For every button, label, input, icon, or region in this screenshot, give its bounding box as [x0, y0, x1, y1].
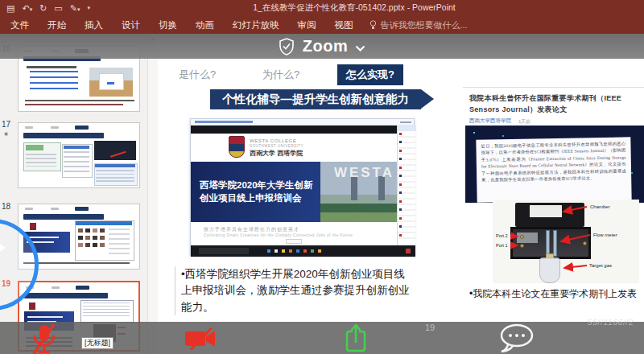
- chevron-down-icon[interactable]: [355, 45, 365, 52]
- camera-off-icon[interactable]: [184, 327, 217, 350]
- thumb-tab-deco: [52, 286, 60, 289]
- westa-crest-logo: [229, 136, 245, 158]
- slogan-strip: 致力于培养具有全球胜任力的创意英才 Cultivating Smart Crea…: [191, 222, 397, 245]
- thumb-text-line: [25, 104, 123, 105]
- ribbon-tab-animations[interactable]: 动画: [196, 19, 214, 31]
- powerpoint-titlebar: ▤ ↶▾ ↻ ▭ ✎▾ ▾ 1_在线教学促进个性化教育-051402.pptx …: [0, 0, 644, 16]
- mic-muted-icon[interactable]: [29, 323, 58, 354]
- article-hero-image: 近日，我院2016级电子信息工程专业本科生曾怀升在导师魏飞老师的悉心指导下，以第…: [465, 126, 644, 203]
- article-source: 西南大学西塔学院: [469, 117, 511, 125]
- taskbar-notification-icon: [406, 249, 411, 253]
- thumb-screenshot-deco: [26, 154, 56, 167]
- label-port1: Port 1: [496, 243, 508, 248]
- slide-tab-what: 是什么?: [179, 68, 216, 82]
- thumb-crest-deco: [29, 303, 35, 310]
- slogan-en: Cultivating Smart Creatives for the Glob…: [204, 233, 353, 237]
- window-controls-deco: [400, 121, 411, 123]
- participant-panel: [397, 126, 415, 245]
- ribbon-tab-home[interactable]: 开始: [47, 19, 66, 31]
- thumb-title-banner: [23, 133, 104, 138]
- ribbon-tab-bar: 文件 开始 插入 设计 切换 动画 幻灯片放映 审阅 视图 告诉我您想要做什么.…: [0, 16, 644, 34]
- tell-me-label: 告诉我您想要做什么...: [381, 19, 468, 31]
- windows-taskbar: [191, 245, 415, 257]
- logo-line1: WESTA COLLEGE: [250, 138, 296, 143]
- window-title: 1_在线教学促进个性化教育-051402.pptx - PowerPoint: [193, 2, 515, 14]
- slideshow-icon[interactable]: ▭: [54, 2, 62, 16]
- poster-line2: 创业项目线上申报培训会: [200, 192, 302, 204]
- thumb-list-deco: [109, 228, 130, 256]
- thumb-tab-deco: [25, 208, 33, 210]
- campus-lawn: [320, 212, 397, 222]
- thumb-text-line: [27, 66, 76, 68]
- share-screen-icon[interactable]: [344, 323, 368, 353]
- ribbon-tab-view[interactable]: 视图: [335, 19, 353, 31]
- right-bullet-text: •我院本科生论文在重要学术期刊上发表: [469, 287, 644, 301]
- poster-watermark: WESTA: [334, 165, 394, 181]
- thumbnail-scrollbar[interactable]: ▲: [147, 34, 158, 354]
- qat-more-icon[interactable]: ▾: [88, 2, 91, 16]
- slide-thumbnail-panel: ▲ 16 17 ★: [0, 34, 159, 354]
- ribbon-tab-slideshow[interactable]: 幻灯片放映: [233, 19, 279, 31]
- slide-page-number: 19: [425, 323, 435, 332]
- ribbon-tab-design[interactable]: 设计: [122, 19, 140, 31]
- thumb-tab-deco: [75, 126, 89, 130]
- ribbon-tab-file[interactable]: 文件: [10, 19, 29, 31]
- thumb-screenshot-deco: [76, 221, 132, 225]
- thumb-screenshot-deco: [64, 151, 89, 174]
- logo-line2: SOUTHWEST UNIVERSITY: [250, 144, 303, 148]
- thumb-crest-deco: [30, 223, 36, 230]
- tell-me-box[interactable]: 告诉我您想要做什么...: [369, 19, 468, 31]
- thumb-text-line: [25, 100, 134, 101]
- thumb-poster-text: [27, 316, 63, 318]
- training-meeting-screenshot: WESTA COLLEGE SOUTHWEST UNIVERSITY 西南大学 …: [190, 118, 415, 256]
- slide-tab-how: 怎么实现?: [337, 64, 403, 85]
- thumb-screenshot-deco: [26, 145, 43, 150]
- thumb-video-grid: [78, 228, 83, 233]
- logo-line3: 西南大学 西塔学院: [250, 149, 303, 158]
- thumb-title-banner: [23, 214, 104, 220]
- lightbulb-icon: [369, 20, 377, 30]
- thumb-table-header: [95, 164, 135, 167]
- poster-line1: 西塔学院2020年大学生创新: [200, 179, 313, 191]
- browser-toolbar-dark: [191, 126, 397, 134]
- zoom-meeting-topbar: Zoom: [0, 34, 644, 59]
- article-timestamp: 1天前: [518, 118, 530, 126]
- thumb-tab-deco: [25, 126, 33, 129]
- browser-title-deco: [195, 121, 253, 123]
- chat-icon[interactable]: [497, 323, 536, 353]
- thumb-link-list: [30, 71, 78, 92]
- animation-star-icon: ★: [3, 130, 9, 138]
- redo-icon[interactable]: ↻: [39, 2, 47, 16]
- thumb-tab-deco: [51, 126, 59, 129]
- undo-icon[interactable]: ↶▾: [22, 2, 32, 16]
- pen-icon[interactable]: ✎▾: [70, 2, 80, 16]
- article-title: 我院本科生曾怀升在国际重要学术期刊（IEEE Sensors Journal）发…: [469, 93, 642, 116]
- page-indicator-deco: [286, 239, 302, 244]
- slide-title-banner: 个性化辅导—提升学生创新创意能力: [210, 89, 421, 109]
- ribbon-tab-review[interactable]: 审阅: [298, 19, 316, 31]
- ribbon-tab-insert[interactable]: 插入: [85, 19, 103, 31]
- left-bullet-text: •西塔学院组织学生开展2020年创新创业项目线上申报培训会，激励学生通过参赛提升…: [175, 266, 413, 315]
- taskbar-app-icons: [267, 249, 270, 253]
- slide-canvas: 是什么? 为什么? 怎么实现? 个性化辅导—提升学生创新创意能力 WESTA C…: [158, 34, 644, 354]
- slide-18-number: 18: [2, 202, 14, 211]
- label-target-gas: Target gas: [589, 263, 612, 268]
- workspace: ▲ 16 17 ★: [0, 34, 644, 354]
- untitled-window-label: [无标题]: [81, 337, 114, 349]
- ribbon-tab-transitions[interactable]: 切换: [159, 19, 177, 31]
- label-port2: Port 2: [496, 233, 508, 238]
- thumb-screenshot-deco: [64, 146, 89, 149]
- slide-17-number: 17: [2, 120, 14, 129]
- event-poster: WESTA 西塔学院2020年大学生创新 创业项目线上申报培训会: [191, 162, 397, 222]
- thumb-tab-deco: [76, 286, 89, 290]
- save-icon[interactable]: ▤: [6, 2, 14, 16]
- screen: ▤ ↶▾ ↻ ▭ ✎▾ ▾ 1_在线教学促进个性化教育-051402.pptx …: [0, 0, 644, 354]
- thumb-button-deco: [107, 82, 114, 84]
- slide-17-thumbnail[interactable]: [18, 122, 140, 188]
- label-flow-meter: Flow meter: [593, 233, 617, 237]
- article-document-text: 近日，我院2016级电子信息工程专业本科生曾怀升在导师魏飞老师的悉心指导下，以第…: [476, 137, 631, 202]
- annotation-collapse-arrow-icon[interactable]: [0, 244, 6, 252]
- zoom-app-label: Zoom: [303, 37, 348, 56]
- participant-panel-header: [398, 126, 416, 131]
- thumb-table-rows: [96, 170, 134, 183]
